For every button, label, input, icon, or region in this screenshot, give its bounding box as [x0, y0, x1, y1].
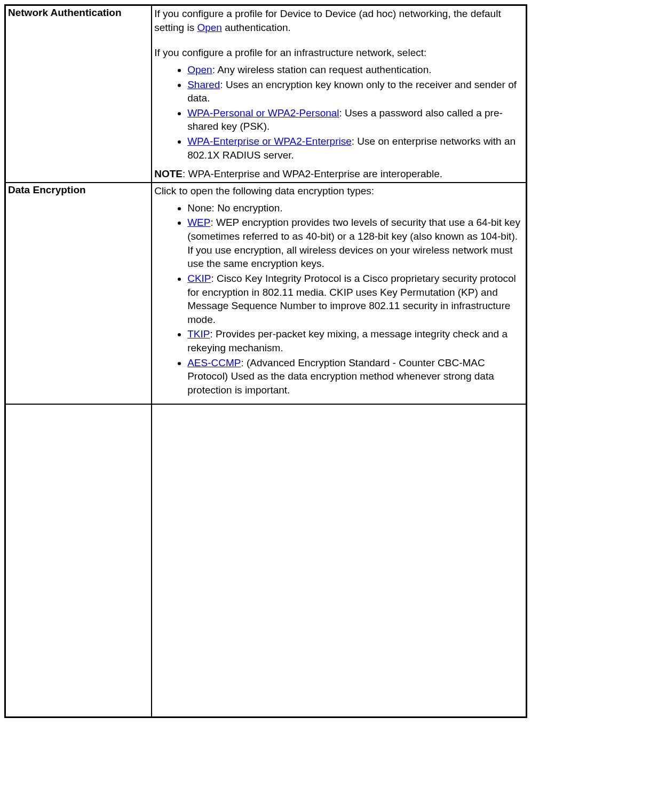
dataenc-intro: Click to open the following data encrypt… [154, 184, 524, 198]
list-item: None: No encryption. [187, 201, 524, 215]
row-empty [5, 404, 526, 717]
link-shared[interactable]: Shared [187, 79, 220, 90]
item-text: : WEP encryption provides two levels of … [187, 217, 520, 269]
content-network-authentication: If you configure a profile for Device to… [152, 5, 526, 183]
label-data-encryption: Data Encryption [5, 183, 152, 404]
settings-table: Network Authentication If you configure … [4, 4, 527, 718]
list-item: Open: Any wireless station can request a… [187, 63, 524, 77]
link-ckip[interactable]: CKIP [187, 273, 211, 284]
link-wpa-enterprise[interactable]: WPA-Enterprise or WPA2-Enterprise [187, 136, 352, 147]
netauth-infra-intro: If you configure a profile for an infras… [154, 46, 524, 60]
empty-cell-left [5, 404, 152, 717]
item-text: : Uses an encryption key known only to t… [187, 79, 517, 104]
item-plain: None [187, 202, 211, 214]
row-data-encryption: Data Encryption Click to open the follow… [5, 183, 526, 404]
list-item: Shared: Uses an encryption key known onl… [187, 78, 524, 105]
netauth-intro: If you configure a profile for Device to… [154, 7, 524, 34]
label-network-authentication: Network Authentication [5, 5, 152, 183]
dataenc-options-list: None: No encryption. WEP: WEP encryption… [154, 201, 524, 397]
link-open[interactable]: Open [187, 64, 212, 75]
netauth-options-list: Open: Any wireless station can request a… [154, 63, 524, 162]
note-label: NOTE [154, 168, 183, 179]
link-wpa-personal[interactable]: WPA-Personal or WPA2-Personal [187, 107, 339, 119]
list-item: WPA-Enterprise or WPA2-Enterprise: Use o… [187, 135, 524, 162]
link-open-inline[interactable]: Open [197, 22, 221, 33]
list-item: WPA-Personal or WPA2-Personal: Uses a pa… [187, 106, 524, 133]
list-item: AES-CCMP: (Advanced Encryption Standard … [187, 356, 524, 397]
item-text: : Provides per-packet key mixing, a mess… [187, 328, 508, 353]
note-text: : WPA-Enterprise and WPA2-Enterprise are… [183, 168, 442, 179]
link-wep[interactable]: WEP [187, 217, 210, 228]
link-tkip[interactable]: TKIP [187, 328, 210, 340]
list-item: TKIP: Provides per-packet key mixing, a … [187, 327, 524, 354]
content-data-encryption: Click to open the following data encrypt… [152, 183, 526, 404]
item-text: : Cisco Key Integrity Protocol is a Cisc… [187, 273, 516, 325]
link-aes-ccmp[interactable]: AES-CCMP [187, 357, 241, 368]
netauth-note: NOTE: WPA-Enterprise and WPA2-Enterprise… [154, 167, 524, 181]
item-text: : No encryption. [212, 202, 283, 214]
netauth-intro-part2: authentication. [222, 22, 291, 33]
row-network-authentication: Network Authentication If you configure … [5, 5, 526, 183]
list-item: WEP: WEP encryption provides two levels … [187, 216, 524, 271]
empty-cell-right [152, 404, 526, 717]
item-text: : Any wireless station can request authe… [212, 64, 432, 75]
list-item: CKIP: Cisco Key Integrity Protocol is a … [187, 272, 524, 327]
